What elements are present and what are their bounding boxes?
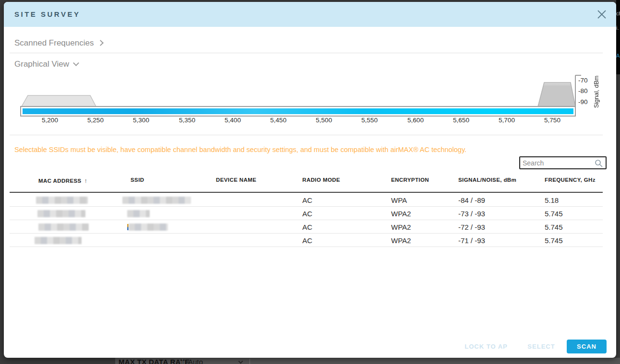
frequency-cell: 5.745: [545, 221, 563, 234]
max-tx-data-rate-value: Auto: [188, 358, 203, 364]
signal-trapezoid-5745: [538, 82, 575, 106]
x-tick: 5,650: [453, 117, 469, 124]
signal-trapezoid-5ghz-low: [22, 95, 96, 106]
radio-mode-cell: AC: [302, 221, 312, 234]
x-tick: 5,350: [179, 117, 195, 124]
section-divider: [10, 53, 603, 53]
column-header-encryption[interactable]: ENCRYPTION: [391, 177, 429, 183]
signal-noise-cell: -72 / -93: [458, 221, 485, 234]
radio-mode-cell: AC: [302, 194, 312, 207]
select-button[interactable]: SELECT: [522, 340, 560, 353]
screen: ch i. A MAX TX DATA RATE Auto SITE SURVE…: [0, 0, 620, 364]
y-tick: -80: [578, 87, 588, 94]
column-header-frequency[interactable]: FREQUENCY, GHz: [545, 177, 596, 183]
backdrop-edge: ch i. A: [616, 0, 620, 74]
field-divider: [182, 359, 183, 364]
search-box: [519, 156, 607, 169]
chevron-down-icon: [238, 359, 243, 364]
sort-ascending-icon: ↑: [84, 177, 88, 184]
backdrop-text-fragment: i.: [616, 25, 619, 31]
scanned-frequencies-label: Scanned Frequencies: [14, 38, 94, 47]
ssid-redacted: [127, 210, 150, 217]
signal-noise-cell: -71 / -93: [458, 234, 485, 247]
table-row[interactable]: AC WPA -84 / -89 5.18: [10, 194, 603, 207]
table-row[interactable]: AC WPA2 -71 / -93 5.745: [10, 234, 603, 247]
backdrop-text-fragment: ch: [616, 11, 620, 16]
scan-button[interactable]: SCAN: [567, 340, 607, 353]
max-tx-data-rate-label: MAX TX DATA RATE: [119, 358, 190, 364]
close-icon[interactable]: [596, 9, 608, 20]
ssid-redacted: [129, 223, 168, 231]
encryption-cell: WPA2: [391, 221, 411, 234]
search-icon: [595, 159, 603, 170]
site-survey-dialog: SITE SURVEY Scanned Frequencies Graphica…: [4, 2, 616, 358]
dialog-title: SITE SURVEY: [14, 2, 80, 27]
column-header-ssid[interactable]: SSID: [131, 177, 144, 183]
background-form-row: MAX TX DATA RATE Auto: [115, 358, 620, 364]
x-tick: 5,450: [270, 117, 286, 124]
search-input[interactable]: [520, 157, 606, 168]
column-header-signal-noise[interactable]: SIGNAL/NOISE, dBm: [458, 177, 516, 183]
encryption-cell: WPA2: [391, 234, 411, 247]
column-header-mac-address[interactable]: MAC ADDRESS↑: [38, 177, 88, 184]
radio-mode-cell: AC: [302, 207, 312, 220]
mac-address-redacted: [38, 223, 89, 231]
backdrop-text-fragment: A: [616, 53, 620, 59]
lock-to-ap-button[interactable]: LOCK TO AP: [460, 340, 513, 353]
x-tick: 5,700: [499, 117, 515, 124]
chevron-right-icon: [98, 40, 104, 46]
mac-address-redacted: [35, 237, 82, 244]
dialog-header: SITE SURVEY: [4, 2, 616, 27]
x-tick: 5,600: [407, 117, 424, 124]
mac-address-redacted: [37, 210, 85, 217]
table-row[interactable]: AC WPA2 -72 / -93 5.745: [10, 221, 603, 234]
section-divider: [10, 135, 603, 135]
chevron-down-icon: [73, 60, 79, 66]
y-tick: -90: [578, 98, 588, 106]
scanned-frequencies-toggle[interactable]: Scanned Frequencies: [14, 38, 103, 48]
x-tick: 5,550: [361, 117, 378, 124]
table-header-rule: [10, 192, 603, 193]
selectable-ssid-notice: Selectable SSIDs must be visible, have c…: [14, 146, 466, 153]
radio-mode-cell: AC: [302, 234, 312, 247]
x-tick: 5,500: [316, 117, 332, 124]
graphical-view-label: Graphical View: [14, 59, 69, 69]
table-row[interactable]: AC WPA2 -73 / -93 5.745: [10, 207, 603, 220]
frequency-cell: 5.745: [545, 234, 563, 247]
spectrum-chart: -70 -80 -90 Signal, dBm 5,200 5,250 5,30…: [4, 72, 616, 126]
signal-noise-cell: -84 / -89: [458, 194, 485, 207]
x-tick: 5,300: [133, 117, 149, 124]
encryption-cell: WPA2: [391, 207, 411, 220]
frequency-bar: [23, 108, 573, 114]
x-tick: 5,750: [544, 117, 560, 124]
mac-address-redacted: [36, 197, 88, 204]
x-tick: 5,400: [225, 117, 241, 124]
ssid-redacted: [122, 197, 191, 204]
frequency-cell: 5.18: [545, 194, 559, 207]
graphical-view-toggle[interactable]: Graphical View: [14, 59, 78, 69]
x-tick: 5,200: [42, 117, 58, 124]
x-tick: 5,250: [87, 117, 104, 124]
column-header-device-name[interactable]: DEVICE NAME: [216, 177, 256, 183]
signal-noise-cell: -73 / -93: [458, 207, 485, 220]
frequency-cell: 5.745: [545, 207, 563, 220]
encryption-cell: WPA: [391, 194, 407, 207]
y-axis-label: Signal, dBm: [593, 73, 600, 108]
y-tick: -70: [578, 77, 588, 84]
field-divider: [250, 359, 250, 364]
column-header-radio-mode[interactable]: RADIO MODE: [302, 177, 340, 183]
